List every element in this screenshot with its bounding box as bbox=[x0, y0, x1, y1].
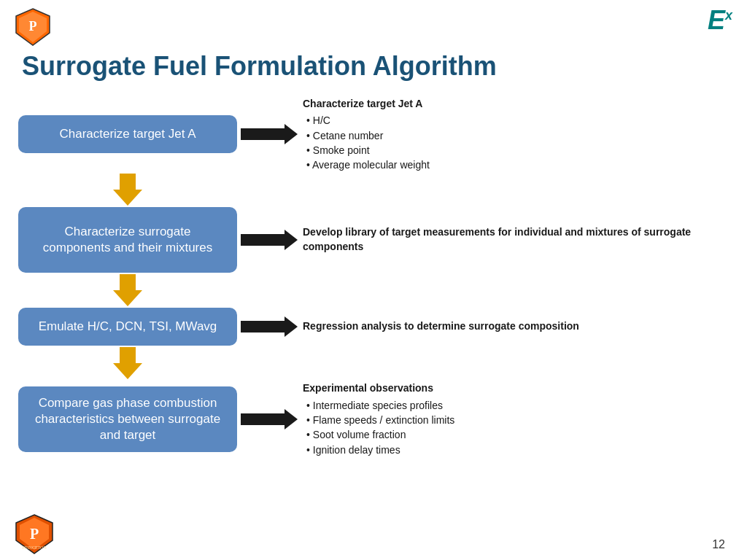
right-arrow-4 bbox=[241, 409, 299, 429]
ann-title-1: Characterize target Jet A bbox=[303, 96, 732, 111]
svg-text:P: P bbox=[30, 526, 39, 542]
flow-row-2: Characterize surrogate components and th… bbox=[15, 207, 732, 273]
ann-title-3: Regression analysis to determine surroga… bbox=[303, 319, 732, 333]
ann-bullet-1-1: H/C bbox=[306, 113, 732, 128]
ann-bullets-4: Intermediate species profiles Flame spee… bbox=[303, 398, 732, 457]
annotation-1: Characterize target Jet A H/C Cetane num… bbox=[299, 96, 732, 172]
princeton-logo: P bbox=[15, 7, 51, 44]
down-arrow-row-1 bbox=[15, 172, 732, 207]
right-arrow-shape-3 bbox=[241, 316, 298, 337]
flow-box-3: Emulate H/C, DCN, TSI, MWavg bbox=[18, 308, 237, 346]
ann-bullet-1-3: Smoke point bbox=[306, 143, 732, 158]
box-area-2: Characterize surrogate components and th… bbox=[15, 207, 241, 273]
flow-row-3: Emulate H/C, DCN, TSI, MWavg Regression … bbox=[15, 308, 732, 346]
flow-row-1: Characterize target Jet A Characterize t… bbox=[15, 96, 732, 172]
ex-logo: Ex bbox=[708, 7, 732, 34]
right-arrow-shape-1 bbox=[241, 124, 298, 144]
princeton-shield-bottom: P PRINCETON bbox=[15, 513, 55, 553]
down-arrow-area-3 bbox=[15, 346, 241, 381]
right-arrow-2 bbox=[241, 230, 299, 250]
down-arrow-area-2 bbox=[15, 273, 241, 308]
flow-box-4: Compare gas phase combustion characteris… bbox=[18, 386, 237, 452]
down-arrow-row-3 bbox=[15, 346, 732, 381]
ann-title-2: Develop library of target measurements f… bbox=[303, 225, 732, 254]
top-bar: P Ex bbox=[0, 0, 747, 44]
right-arrow-1 bbox=[241, 124, 299, 144]
down-arrow-2 bbox=[113, 274, 142, 306]
down-arrow-row-2 bbox=[15, 273, 732, 308]
flow-box-1: Characterize target Jet A bbox=[18, 115, 237, 153]
annotation-4: Experimental observations Intermediate s… bbox=[299, 381, 732, 456]
box-area-1: Characterize target Jet A bbox=[15, 115, 241, 153]
annotation-3: Regression analysis to determine surroga… bbox=[299, 319, 732, 335]
right-arrow-3 bbox=[241, 316, 299, 337]
ann-bullet-4-1: Intermediate species profiles bbox=[306, 398, 732, 413]
flow-row-4: Compare gas phase combustion characteris… bbox=[15, 381, 732, 456]
right-arrow-shape-2 bbox=[241, 230, 298, 250]
flow-box-2: Characterize surrogate components and th… bbox=[18, 207, 237, 273]
ann-bullet-4-4: Ignition delay times bbox=[306, 443, 732, 457]
down-arrow-area-1 bbox=[15, 172, 241, 207]
ann-bullet-1-2: Cetane number bbox=[306, 128, 732, 143]
page-title: Surrogate Fuel Formulation Algorithm bbox=[0, 44, 747, 96]
ann-bullet-1-4: Average molecular weight bbox=[306, 158, 732, 172]
ann-title-4: Experimental observations bbox=[303, 381, 732, 395]
ann-bullet-4-2: Flame speeds / extinction limits bbox=[306, 413, 732, 427]
ann-bullets-1: H/C Cetane number Smoke point Average mo… bbox=[303, 113, 732, 172]
down-arrow-1 bbox=[113, 174, 142, 206]
page-number: 12 bbox=[712, 538, 725, 551]
svg-text:P: P bbox=[29, 19, 37, 34]
box-area-4: Compare gas phase combustion characteris… bbox=[15, 386, 241, 452]
ann-bullet-4-3: Soot volume fraction bbox=[306, 427, 732, 442]
down-arrow-3 bbox=[113, 347, 142, 379]
bottom-bar: P PRINCETON bbox=[0, 513, 747, 553]
right-arrow-shape-4 bbox=[241, 409, 298, 429]
annotation-2: Develop library of target measurements f… bbox=[299, 225, 732, 257]
svg-text:PRINCETON: PRINCETON bbox=[22, 545, 47, 550]
box-area-3: Emulate H/C, DCN, TSI, MWavg bbox=[15, 308, 241, 346]
main-layout: Characterize target Jet A Characterize t… bbox=[0, 96, 747, 457]
